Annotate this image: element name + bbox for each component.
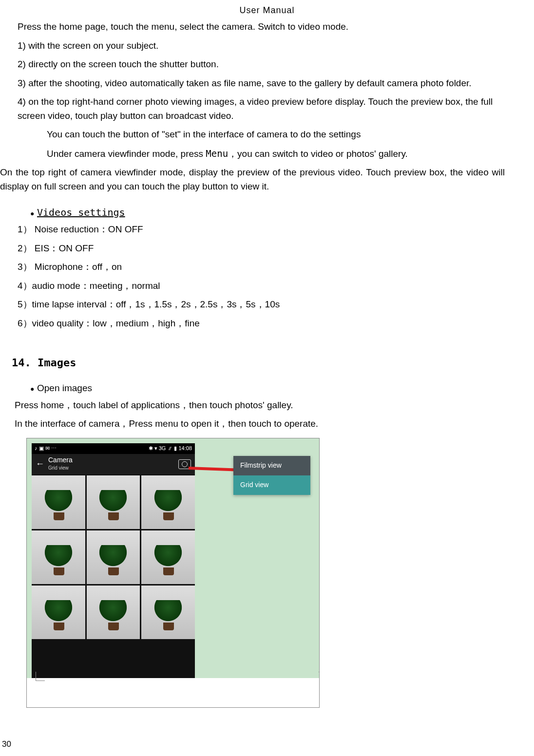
photo-thumb[interactable]: [32, 530, 85, 584]
list-item: 3) after the shooting, video automatical…: [18, 76, 519, 91]
photo-thumb[interactable]: [87, 530, 140, 584]
open-images-heading: ● Open images: [18, 381, 519, 396]
bullet-icon: ●: [18, 384, 37, 394]
photo-thumb[interactable]: [141, 475, 195, 529]
setting-item: 1） Noise reduction：ON OFF: [18, 223, 519, 237]
page-number: 30: [2, 738, 11, 751]
setting-item: 6）video quality：low，medium，high，fine: [18, 317, 519, 331]
list-item: 1) with the screen on your subject.: [18, 39, 519, 53]
app-top-bar: ← Camera Grid view: [32, 454, 195, 474]
text: ，you can switch to video or photos' gall…: [228, 149, 408, 159]
heading-text: Open images: [37, 381, 92, 396]
view-menu: Filmstrip view Grid view: [233, 456, 310, 495]
back-icon[interactable]: ←: [36, 457, 44, 471]
status-right-icons: ✱ ▾ 3G ⫽ ▮ 14:08: [149, 444, 192, 453]
setting-item: 5）time lapse interval：off，1s，1.5s，2s，2.5…: [18, 298, 519, 312]
photo-grid: [32, 474, 195, 703]
paragraph: Press home，touch label of applications，t…: [15, 398, 519, 413]
photo-thumb[interactable]: [32, 475, 85, 529]
paragraph: Press the home page, touch the menu, sel…: [18, 20, 519, 34]
section-title-images: 14. Images: [12, 355, 519, 371]
page-header: User Manual: [0, 0, 534, 17]
phone-frame: ♪ ▣ ✉ ⋯ ✱ ▾ 3G ⫽ ▮ 14:08 ← Camera Grid v…: [32, 443, 195, 703]
paragraph: Under camera viewfinder mode, press Menu…: [18, 147, 519, 161]
menu-item-grid[interactable]: Grid view: [233, 475, 310, 495]
paragraph: You can touch the button of "set" in the…: [18, 128, 519, 142]
status-left-icons: ♪ ▣ ✉ ⋯: [35, 444, 57, 453]
setting-item: 3） Microphone：off，on: [18, 260, 519, 274]
setting-item: 4）audio mode：meeting，normal: [18, 279, 519, 293]
figure-crop: [27, 678, 319, 707]
photo-thumb[interactable]: [141, 530, 195, 584]
paragraph: On the top right of camera viewfinder mo…: [0, 166, 519, 193]
photo-thumb[interactable]: [141, 586, 195, 639]
topbar-title: Camera: [48, 456, 73, 464]
status-bar: ♪ ▣ ✉ ⋯ ✱ ▾ 3G ⫽ ▮ 14:08: [32, 443, 195, 454]
gallery-screenshot-figure: ♪ ▣ ✉ ⋯ ✱ ▾ 3G ⫽ ▮ 14:08 ← Camera Grid v…: [26, 438, 320, 708]
text: Under camera viewfinder mode, press: [47, 149, 206, 159]
photo-thumb[interactable]: [32, 586, 85, 639]
topbar-subtitle: Grid view: [48, 464, 73, 472]
videos-settings-heading: ● Videos settings: [18, 205, 519, 220]
menu-item-filmstrip[interactable]: Filmstrip view: [233, 456, 310, 475]
list-item: 4) on the top right-hand corner photo vi…: [18, 95, 519, 123]
photo-thumb[interactable]: [87, 475, 140, 529]
bullet-icon: ●: [18, 208, 37, 219]
list-item: 2) directly on the screen touch the shut…: [18, 57, 519, 72]
setting-item: 2） EIS：ON OFF: [18, 242, 519, 256]
heading-text: Videos settings: [37, 205, 125, 220]
menu-keyword: Menu: [206, 148, 228, 159]
photo-thumb[interactable]: [87, 586, 140, 639]
paragraph: In the interface of camera，Press menu to…: [15, 417, 519, 431]
